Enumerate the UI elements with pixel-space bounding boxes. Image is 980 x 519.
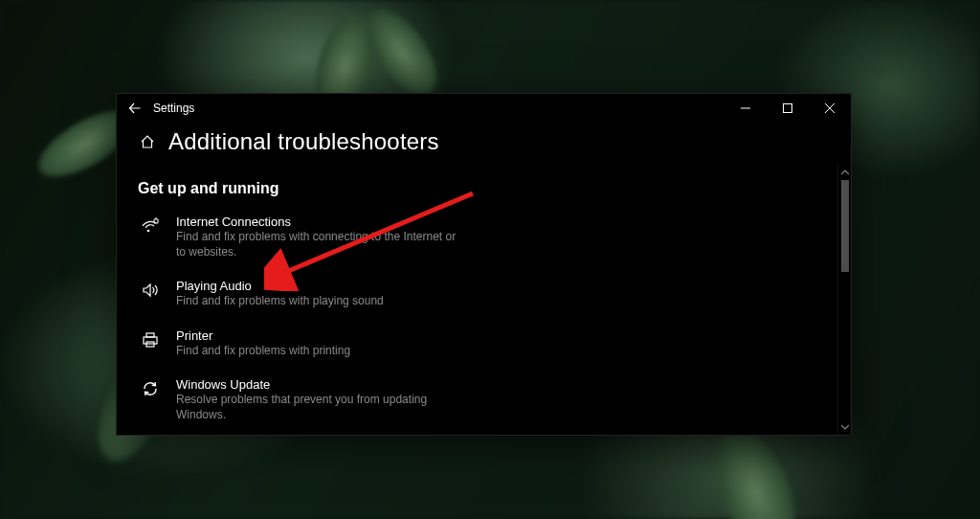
arrow-left-icon (128, 102, 142, 115)
window-title: Settings (153, 102, 194, 115)
troubleshooter-windows-update[interactable]: Windows Update Resolve problems that pre… (138, 372, 816, 435)
item-desc: Find and fix problems with playing sound (176, 293, 463, 308)
minimize-icon (741, 103, 750, 113)
item-title: Windows Update (176, 377, 816, 392)
home-icon (140, 134, 155, 149)
close-button[interactable] (809, 94, 851, 123)
update-icon (138, 377, 163, 422)
maximize-icon (783, 103, 792, 113)
window-controls (724, 94, 851, 123)
item-title: Playing Audio (176, 279, 816, 293)
home-button[interactable] (140, 134, 155, 149)
close-icon (825, 103, 835, 113)
scroll-thumb[interactable] (841, 180, 849, 272)
section-get-up-heading: Get up and running (138, 180, 816, 197)
scrollbar[interactable] (837, 165, 851, 435)
svg-rect-2 (144, 337, 157, 344)
chevron-down-icon (841, 424, 849, 430)
printer-icon (138, 328, 163, 358)
speaker-icon (138, 279, 163, 308)
item-desc: Resolve problems that prevent you from u… (176, 392, 463, 422)
item-desc: Find and fix problems with connecting to… (176, 229, 463, 260)
page-title: Additional troubleshooters (168, 128, 439, 155)
svg-rect-0 (784, 104, 792, 113)
item-title: Printer (176, 328, 816, 343)
back-button[interactable] (117, 102, 153, 115)
content-area: Get up and running Internet Connections … (117, 165, 851, 435)
troubleshooter-printer[interactable]: Printer Find and fix problems with print… (138, 323, 816, 372)
settings-window: Settings Additional troubleshooters Get … (116, 93, 852, 436)
svg-rect-3 (146, 333, 154, 337)
troubleshooter-internet-connections[interactable]: Internet Connections Find and fix proble… (138, 209, 816, 273)
item-desc: Find and fix problems with printing (176, 343, 463, 358)
scroll-down-button[interactable] (840, 421, 850, 433)
svg-point-1 (147, 230, 150, 233)
item-body: Internet Connections Find and fix proble… (176, 214, 816, 260)
maximize-button[interactable] (767, 94, 809, 123)
page-header: Additional troubleshooters (117, 123, 851, 165)
wifi-icon (138, 214, 163, 260)
item-body: Playing Audio Find and fix problems with… (176, 279, 816, 308)
minimize-button[interactable] (724, 94, 767, 123)
item-title: Internet Connections (176, 214, 816, 229)
content: Get up and running Internet Connections … (117, 165, 837, 435)
item-body: Printer Find and fix problems with print… (176, 328, 816, 358)
titlebar: Settings (117, 94, 851, 123)
item-body: Windows Update Resolve problems that pre… (176, 377, 816, 422)
chevron-up-icon (841, 169, 849, 175)
scroll-up-button[interactable] (840, 167, 850, 178)
troubleshooter-playing-audio[interactable]: Playing Audio Find and fix problems with… (138, 273, 816, 322)
